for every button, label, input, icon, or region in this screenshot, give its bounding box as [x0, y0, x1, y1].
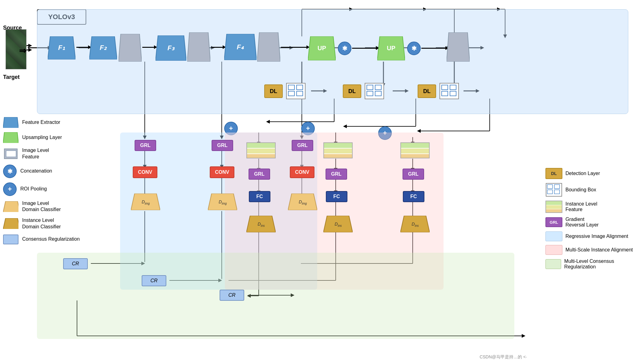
svg-marker-124	[119, 34, 142, 62]
fc2-box: FC	[326, 191, 347, 202]
gray-block-3	[257, 32, 280, 63]
svg-marker-130	[257, 32, 280, 62]
up2-block: UP	[377, 36, 405, 62]
cr2-box: CR	[142, 275, 166, 286]
legend-roi-pooling: + ROI Pooling	[3, 182, 120, 196]
watermark: CSDN@马甲是持…的 <·	[480, 354, 527, 360]
d-img-2: Dimg	[208, 194, 237, 210]
svg-marker-164	[3, 132, 18, 143]
cr3-box: CR	[220, 290, 244, 301]
dl1-box: DL	[264, 84, 283, 98]
right-legend-area: DL Detection Layer Bounding Box Instance…	[545, 168, 641, 273]
legend-concatenation: ✱ Concatenation	[3, 165, 120, 178]
grl3-inst: GRL	[403, 169, 424, 180]
svg-marker-5	[28, 48, 32, 52]
grl1-img: GRL	[135, 140, 156, 151]
arrow-to-final	[421, 48, 446, 49]
svg-marker-168	[3, 218, 18, 229]
svg-text:UP: UP	[387, 45, 395, 51]
svg-marker-135	[447, 32, 470, 62]
svg-marker-163	[3, 117, 18, 128]
grl2-img: GRL	[212, 140, 233, 151]
conv3-box: CONV	[290, 166, 314, 178]
grl1-inst: GRL	[249, 169, 270, 180]
main-container: Source Target ⇒ YOLOv3 F₁ F₂	[0, 0, 644, 363]
rleg-multilevel: Multi-Level Consensus Regularization	[545, 259, 641, 270]
d-ins-1: Dins	[246, 216, 276, 232]
legend-img-domain: Image LevelDomain Classifier	[3, 200, 120, 213]
svg-text:F₁: F₁	[58, 44, 65, 51]
f1-feature-block: F₁	[48, 36, 75, 61]
legend-upsampling: Upsampling Layer	[3, 132, 120, 143]
legend-image-feature: Image LevelFeature	[3, 147, 120, 160]
arrow-to-up2	[352, 48, 377, 49]
gray-block-1	[119, 34, 142, 63]
rleg-inst-feature: Instance LevelFeature	[545, 201, 641, 213]
target-label: Target	[3, 74, 20, 80]
d-ins-3: Dins	[400, 216, 430, 232]
inst-feat-3	[400, 142, 430, 158]
svg-text:F₃: F₃	[168, 44, 175, 52]
d-img-1: Dimg	[131, 194, 160, 210]
legend-consensus: Consensus Regularization	[3, 235, 120, 244]
conv2-box: CONV	[210, 166, 234, 178]
fc3-box: FC	[403, 191, 424, 202]
rleg-detection-layer: DL Detection Layer	[545, 168, 641, 179]
svg-marker-127	[187, 32, 210, 62]
f3-feature-block: F₃	[156, 35, 186, 62]
conv1-box: CONV	[133, 166, 157, 178]
gray-block-2	[187, 32, 210, 63]
svg-marker-4	[28, 44, 32, 47]
arrow-g2-f4	[211, 47, 223, 48]
svg-marker-167	[3, 201, 18, 212]
f2-feature-block: F₂	[89, 36, 117, 61]
bbox-icon-2	[364, 83, 384, 101]
legend-feature-extractor: Feature Extractor	[3, 117, 120, 128]
f4-feature-block: F₄	[224, 34, 257, 61]
bbox-icon-3	[439, 83, 459, 101]
d-img-3: Dimg	[288, 194, 317, 210]
arrow-g1-f3	[142, 47, 155, 48]
grl2-inst: GRL	[326, 169, 347, 180]
gray-block-final	[447, 32, 470, 63]
svg-rect-166	[6, 151, 16, 157]
d-ins-2: Dins	[323, 216, 353, 232]
svg-marker-68	[266, 120, 270, 124]
svg-text:F₄: F₄	[237, 43, 244, 51]
rleg-bounding-box: Bounding Box	[545, 183, 641, 197]
inst-feat-2	[323, 142, 353, 158]
concat-circle-2: ✱	[407, 42, 421, 55]
legend-area: Feature Extractor Upsampling Layer Image…	[3, 117, 120, 363]
rleg-multiscale: Multi-Scale Instance Alignment	[545, 245, 641, 255]
double-arrow-icon: ⇒	[19, 46, 26, 56]
fc1-box: FC	[249, 191, 270, 202]
concat-circle-1: ✱	[338, 42, 351, 55]
svg-marker-108	[522, 334, 525, 338]
legend-inst-domain: Instance LevelDomain Classifier	[3, 217, 120, 230]
rleg-regressive: Regressive Image Alignment	[545, 231, 641, 241]
dl3-box: DL	[418, 84, 436, 98]
svg-text:F₂: F₂	[100, 44, 107, 51]
svg-marker-71	[343, 124, 347, 128]
up1-block: UP	[308, 36, 336, 62]
rleg-grl: GRL GradientReversal Layer	[545, 217, 641, 228]
bbox-icon-1	[286, 83, 306, 101]
arrow-f1-f2	[76, 47, 89, 48]
arrow-to-up1	[281, 47, 307, 48]
grl3-img: GRL	[292, 140, 313, 151]
dl2-box: DL	[343, 84, 361, 98]
svg-text:UP: UP	[318, 45, 326, 51]
inst-feat-1	[246, 142, 276, 158]
